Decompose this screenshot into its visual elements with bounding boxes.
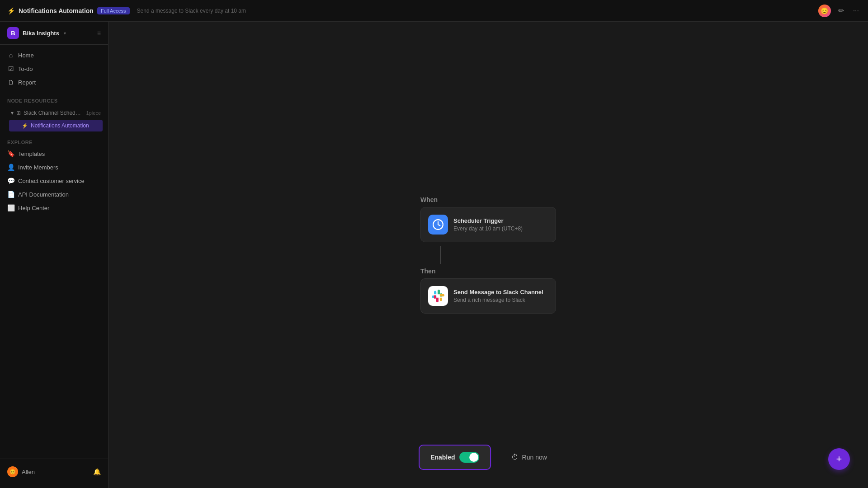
api-icon: 📄	[7, 191, 14, 198]
trigger-card-content: Scheduler Trigger Every day at 10 am (UT…	[453, 217, 548, 232]
then-section: Then	[420, 267, 556, 314]
flow-connector	[440, 246, 441, 264]
sidebar-collapse-button[interactable]: ≡	[97, 29, 101, 37]
sidebar-item-templates[interactable]: 🔖 Templates	[0, 147, 108, 160]
run-now-button[interactable]: ⏱ Run now	[500, 447, 558, 468]
sidebar-item-todo[interactable]: ☑ To-do	[0, 62, 108, 75]
workspace-chevron-icon: ▾	[64, 31, 66, 36]
report-icon: 🗋	[7, 79, 14, 86]
explore-label: Explore	[0, 134, 108, 147]
slack-icon	[428, 286, 448, 306]
sidebar-item-todo-label: To-do	[18, 66, 33, 72]
sidebar-item-help-label: Help Center	[18, 205, 49, 211]
when-section: When Scheduler Trigger Every day at 10 a…	[420, 196, 556, 242]
fab-button[interactable]: +	[828, 448, 850, 470]
action-card-title: Send Message to Slack Channel	[453, 289, 548, 296]
user-name: Allen	[22, 469, 35, 475]
enabled-toggle-container[interactable]: Enabled	[419, 445, 491, 470]
main-content: When Scheduler Trigger Every day at 10 a…	[108, 22, 868, 488]
main-layout: B Bika Insights ▾ ≡ ⌂ Home ☑ To-do 🗋 Rep…	[0, 22, 868, 488]
bottom-bar: Enabled ⏱ Run now	[419, 445, 558, 470]
sidebar-item-api-documentation[interactable]: 📄 API Documentation	[0, 188, 108, 201]
notification-button[interactable]: 🔔	[93, 468, 101, 475]
todo-icon: ☑	[7, 65, 14, 72]
node-resources-label: Node Resources	[0, 93, 108, 105]
more-button[interactable]: ···	[851, 5, 861, 17]
action-card-content: Send Message to Slack Channel Send a ric…	[453, 289, 548, 303]
node-group-toggle-icon: ▾	[11, 110, 14, 116]
trigger-card-title: Scheduler Trigger	[453, 217, 548, 224]
access-badge: Full Access	[97, 7, 130, 14]
toggle-label: Enabled	[430, 454, 455, 461]
topbar-left: ⚡ Notifications Automation Full Access S…	[7, 7, 246, 14]
sidebar-nav: ⌂ Home ☑ To-do 🗋 Report	[0, 45, 108, 93]
user-avatar: 😊	[7, 466, 18, 477]
enabled-toggle[interactable]	[460, 452, 480, 463]
sidebar-top: B Bika Insights ▾ ≡	[0, 22, 108, 45]
notifications-automation-label: Notifications Automation	[31, 122, 89, 129]
templates-icon: 🔖	[7, 150, 14, 157]
workspace-badge: B	[7, 27, 19, 39]
canvas-area: When Scheduler Trigger Every day at 10 a…	[108, 22, 868, 488]
grid-icon: ⊞	[16, 110, 21, 116]
action-card[interactable]: Send Message to Slack Channel Send a ric…	[420, 278, 556, 314]
sidebar-item-report-label: Report	[18, 79, 36, 86]
then-label: Then	[420, 267, 556, 275]
node-resources-group: ▾ ⊞ Slack Channel Scheduled ... 1piece ⚡…	[0, 105, 108, 134]
sidebar-item-home-label: Home	[18, 52, 34, 59]
contact-icon: 💬	[7, 177, 14, 184]
node-group-header[interactable]: ▾ ⊞ Slack Channel Scheduled ... 1piece	[7, 107, 104, 119]
sidebar-item-contact-label: Contact customer service	[18, 178, 85, 184]
home-icon: ⌂	[7, 52, 14, 59]
run-now-icon: ⏱	[511, 453, 519, 461]
node-group-label: Slack Channel Scheduled ...	[24, 110, 84, 116]
sidebar-item-contact-customer-service[interactable]: 💬 Contact customer service	[0, 174, 108, 188]
node-group-count: 1piece	[86, 110, 101, 116]
sidebar-user[interactable]: 😊 Allen 🔔	[0, 463, 108, 481]
scheduler-icon	[428, 215, 448, 235]
automation-icon: ⚡	[7, 7, 15, 14]
sidebar-item-report[interactable]: 🗋 Report	[0, 75, 108, 89]
topbar-right: 😊 ✏ ···	[818, 5, 861, 17]
trigger-card-subtitle: Every day at 10 am (UTC+8)	[453, 225, 548, 232]
topbar: ⚡ Notifications Automation Full Access S…	[0, 0, 868, 22]
sidebar-item-templates-label: Templates	[18, 150, 45, 157]
invite-icon: 👤	[7, 164, 14, 171]
topbar-title: Notifications Automation	[19, 7, 94, 14]
edit-button[interactable]: ✏	[836, 5, 846, 17]
workspace-name: Bika Insights	[23, 30, 59, 37]
topbar-avatar[interactable]: 😊	[818, 5, 831, 17]
automation-child-icon: ⚡	[22, 123, 28, 129]
sidebar-item-help-center[interactable]: ⬜ Help Center	[0, 201, 108, 215]
action-card-subtitle: Send a rich message to Slack	[453, 297, 548, 303]
help-icon: ⬜	[7, 204, 14, 211]
sidebar-item-invite-members[interactable]: 👤 Invite Members	[0, 160, 108, 174]
trigger-card[interactable]: Scheduler Trigger Every day at 10 am (UT…	[420, 207, 556, 242]
flow-container: When Scheduler Trigger Every day at 10 a…	[420, 196, 556, 314]
sidebar-item-invite-label: Invite Members	[18, 164, 58, 171]
run-now-label: Run now	[522, 454, 547, 461]
sidebar-item-notifications-automation[interactable]: ⚡ Notifications Automation	[9, 120, 103, 131]
when-label: When	[420, 196, 556, 203]
sidebar-item-api-label: API Documentation	[18, 191, 69, 198]
sidebar-footer: 😊 Allen 🔔	[0, 459, 108, 484]
topbar-subtitle: Send a message to Slack every day at 10 …	[137, 8, 246, 14]
sidebar-item-home[interactable]: ⌂ Home	[0, 48, 108, 62]
sidebar: B Bika Insights ▾ ≡ ⌂ Home ☑ To-do 🗋 Rep…	[0, 22, 108, 488]
